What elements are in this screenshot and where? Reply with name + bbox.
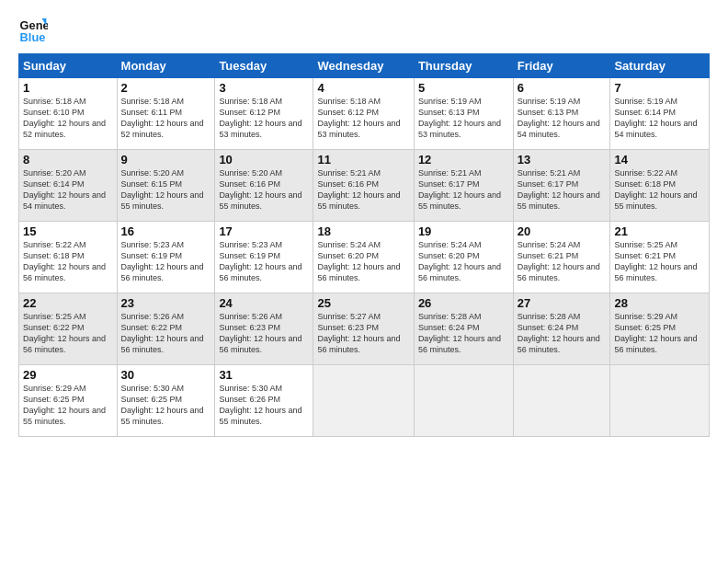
- day-info: Sunrise: 5:21 AMSunset: 6:17 PMDaylight:…: [418, 167, 509, 213]
- day-info: Sunrise: 5:21 AMSunset: 6:16 PMDaylight:…: [317, 167, 409, 213]
- weekday-header-monday: Monday: [117, 54, 215, 78]
- day-number: 10: [219, 153, 309, 167]
- day-number: 7: [614, 81, 705, 95]
- day-number: 24: [219, 296, 309, 310]
- calendar-cell: 5Sunrise: 5:19 AMSunset: 6:13 PMDaylight…: [414, 78, 513, 150]
- calendar-cell: 13Sunrise: 5:21 AMSunset: 6:17 PMDayligh…: [513, 150, 610, 222]
- calendar-cell: 24Sunrise: 5:26 AMSunset: 6:23 PMDayligh…: [215, 293, 313, 365]
- calendar-cell: 17Sunrise: 5:23 AMSunset: 6:19 PMDayligh…: [215, 222, 313, 293]
- calendar-cell: [313, 365, 414, 437]
- day-number: 31: [219, 368, 309, 382]
- svg-text:Blue: Blue: [20, 30, 46, 44]
- day-info: Sunrise: 5:25 AMSunset: 6:21 PMDaylight:…: [614, 239, 705, 284]
- day-info: Sunrise: 5:19 AMSunset: 6:14 PMDaylight:…: [614, 96, 705, 141]
- calendar-cell: [610, 365, 710, 437]
- day-number: 20: [518, 224, 607, 238]
- day-info: Sunrise: 5:25 AMSunset: 6:22 PMDaylight:…: [23, 311, 113, 356]
- day-number: 1: [23, 81, 113, 95]
- day-info: Sunrise: 5:24 AMSunset: 6:20 PMDaylight:…: [418, 239, 509, 284]
- day-number: 30: [121, 368, 211, 382]
- calendar-cell: 9Sunrise: 5:20 AMSunset: 6:15 PMDaylight…: [117, 150, 215, 222]
- day-info: Sunrise: 5:26 AMSunset: 6:22 PMDaylight:…: [121, 311, 211, 356]
- calendar-cell: 4Sunrise: 5:18 AMSunset: 6:12 PMDaylight…: [313, 78, 414, 150]
- calendar-week-row: 22Sunrise: 5:25 AMSunset: 6:22 PMDayligh…: [19, 293, 710, 365]
- calendar-cell: 1Sunrise: 5:18 AMSunset: 6:10 PMDaylight…: [19, 78, 118, 150]
- calendar-cell: 12Sunrise: 5:21 AMSunset: 6:17 PMDayligh…: [414, 150, 513, 222]
- day-info: Sunrise: 5:21 AMSunset: 6:17 PMDaylight:…: [518, 167, 607, 213]
- day-info: Sunrise: 5:19 AMSunset: 6:13 PMDaylight:…: [418, 96, 509, 141]
- day-number: 11: [317, 153, 409, 167]
- calendar-cell: 10Sunrise: 5:20 AMSunset: 6:16 PMDayligh…: [215, 150, 313, 222]
- calendar-week-row: 29Sunrise: 5:29 AMSunset: 6:25 PMDayligh…: [19, 365, 710, 437]
- day-info: Sunrise: 5:28 AMSunset: 6:24 PMDaylight:…: [418, 311, 509, 356]
- calendar-cell: 6Sunrise: 5:19 AMSunset: 6:13 PMDaylight…: [513, 78, 610, 150]
- weekday-header-thursday: Thursday: [414, 54, 513, 78]
- calendar-cell: 2Sunrise: 5:18 AMSunset: 6:11 PMDaylight…: [117, 78, 215, 150]
- day-info: Sunrise: 5:23 AMSunset: 6:19 PMDaylight:…: [121, 239, 211, 284]
- day-info: Sunrise: 5:28 AMSunset: 6:24 PMDaylight:…: [518, 311, 607, 356]
- day-number: 8: [23, 153, 113, 167]
- calendar-cell: 19Sunrise: 5:24 AMSunset: 6:20 PMDayligh…: [414, 222, 513, 293]
- day-number: 3: [219, 81, 309, 95]
- day-info: Sunrise: 5:30 AMSunset: 6:26 PMDaylight:…: [219, 383, 309, 428]
- day-number: 21: [614, 224, 705, 238]
- page: General Blue SundayMondayTuesdayWednesda…: [0, 0, 728, 563]
- weekday-header-saturday: Saturday: [610, 54, 710, 78]
- day-number: 5: [418, 81, 509, 95]
- weekday-header-tuesday: Tuesday: [215, 54, 313, 78]
- day-info: Sunrise: 5:27 AMSunset: 6:23 PMDaylight:…: [317, 311, 409, 356]
- calendar-cell: 16Sunrise: 5:23 AMSunset: 6:19 PMDayligh…: [117, 222, 215, 293]
- calendar-week-row: 8Sunrise: 5:20 AMSunset: 6:14 PMDaylight…: [19, 150, 710, 222]
- day-info: Sunrise: 5:18 AMSunset: 6:12 PMDaylight:…: [219, 96, 309, 141]
- day-number: 13: [518, 153, 607, 167]
- calendar-cell: 23Sunrise: 5:26 AMSunset: 6:22 PMDayligh…: [117, 293, 215, 365]
- day-info: Sunrise: 5:29 AMSunset: 6:25 PMDaylight:…: [614, 311, 705, 356]
- day-info: Sunrise: 5:20 AMSunset: 6:16 PMDaylight:…: [219, 167, 309, 213]
- day-info: Sunrise: 5:20 AMSunset: 6:15 PMDaylight:…: [121, 167, 211, 213]
- day-number: 4: [317, 81, 409, 95]
- calendar-cell: 28Sunrise: 5:29 AMSunset: 6:25 PMDayligh…: [610, 293, 710, 365]
- logo: General Blue: [18, 15, 51, 44]
- calendar-cell: 26Sunrise: 5:28 AMSunset: 6:24 PMDayligh…: [414, 293, 513, 365]
- day-number: 17: [219, 224, 309, 238]
- day-info: Sunrise: 5:19 AMSunset: 6:13 PMDaylight:…: [518, 96, 607, 141]
- calendar-cell: 18Sunrise: 5:24 AMSunset: 6:20 PMDayligh…: [313, 222, 414, 293]
- day-number: 27: [518, 296, 607, 310]
- day-number: 15: [23, 224, 113, 238]
- calendar-cell: 20Sunrise: 5:24 AMSunset: 6:21 PMDayligh…: [513, 222, 610, 293]
- calendar-cell: 15Sunrise: 5:22 AMSunset: 6:18 PMDayligh…: [19, 222, 118, 293]
- day-number: 19: [418, 224, 509, 238]
- day-number: 26: [418, 296, 509, 310]
- day-info: Sunrise: 5:30 AMSunset: 6:25 PMDaylight:…: [121, 383, 211, 428]
- day-info: Sunrise: 5:26 AMSunset: 6:23 PMDaylight:…: [219, 311, 309, 356]
- day-number: 29: [23, 368, 113, 382]
- day-info: Sunrise: 5:24 AMSunset: 6:21 PMDaylight:…: [518, 239, 607, 284]
- weekday-header-sunday: Sunday: [19, 54, 118, 78]
- day-info: Sunrise: 5:29 AMSunset: 6:25 PMDaylight:…: [23, 383, 113, 428]
- day-number: 23: [121, 296, 211, 310]
- calendar-cell: 11Sunrise: 5:21 AMSunset: 6:16 PMDayligh…: [313, 150, 414, 222]
- calendar-cell: 7Sunrise: 5:19 AMSunset: 6:14 PMDaylight…: [610, 78, 710, 150]
- calendar-cell: 29Sunrise: 5:29 AMSunset: 6:25 PMDayligh…: [19, 365, 118, 437]
- day-number: 28: [614, 296, 705, 310]
- calendar: SundayMondayTuesdayWednesdayThursdayFrid…: [18, 53, 710, 437]
- day-info: Sunrise: 5:24 AMSunset: 6:20 PMDaylight:…: [317, 239, 409, 284]
- day-number: 12: [418, 153, 509, 167]
- day-number: 22: [23, 296, 113, 310]
- calendar-cell: 8Sunrise: 5:20 AMSunset: 6:14 PMDaylight…: [19, 150, 118, 222]
- header: General Blue: [18, 15, 710, 44]
- calendar-cell: [414, 365, 513, 437]
- weekday-header-wednesday: Wednesday: [313, 54, 414, 78]
- day-info: Sunrise: 5:22 AMSunset: 6:18 PMDaylight:…: [23, 239, 113, 284]
- day-info: Sunrise: 5:18 AMSunset: 6:10 PMDaylight:…: [23, 96, 113, 141]
- day-number: 6: [518, 81, 607, 95]
- calendar-header-row: SundayMondayTuesdayWednesdayThursdayFrid…: [19, 54, 710, 78]
- weekday-header-friday: Friday: [513, 54, 610, 78]
- day-info: Sunrise: 5:20 AMSunset: 6:14 PMDaylight:…: [23, 167, 113, 213]
- day-number: 25: [317, 296, 409, 310]
- day-number: 14: [614, 153, 705, 167]
- calendar-body: 1Sunrise: 5:18 AMSunset: 6:10 PMDaylight…: [19, 78, 710, 437]
- day-info: Sunrise: 5:22 AMSunset: 6:18 PMDaylight:…: [614, 167, 705, 213]
- calendar-cell: 21Sunrise: 5:25 AMSunset: 6:21 PMDayligh…: [610, 222, 710, 293]
- calendar-week-row: 15Sunrise: 5:22 AMSunset: 6:18 PMDayligh…: [19, 222, 710, 293]
